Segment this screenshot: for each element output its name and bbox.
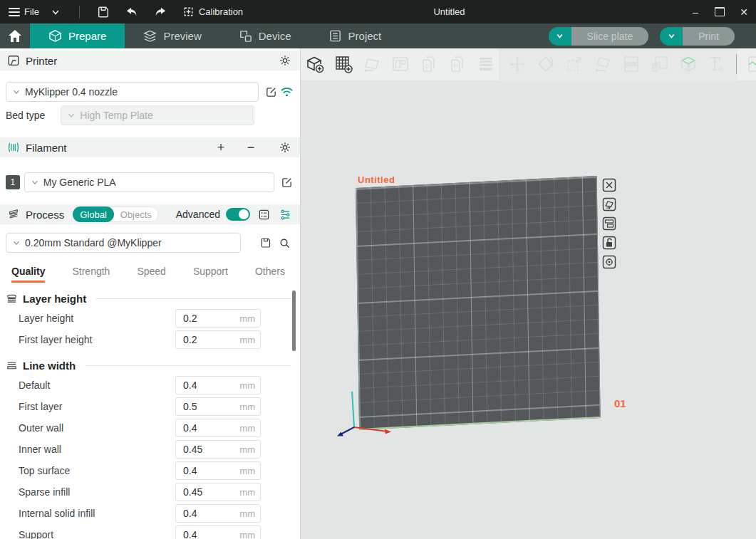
parameter-list-button[interactable] — [256, 206, 271, 222]
lock-icon — [602, 236, 616, 250]
rotate-button[interactable] — [534, 53, 557, 75]
tab-speed[interactable]: Speed — [137, 263, 165, 283]
process-scope-segmented: Global Objects — [73, 206, 159, 222]
chevron-down-icon — [12, 88, 21, 96]
tab-others[interactable]: Others — [255, 263, 285, 283]
default-line-width-input[interactable] — [176, 380, 233, 391]
text-shape-icon: a — [707, 54, 727, 74]
slice-plate-button[interactable]: Slice plate — [571, 27, 649, 46]
arrange-button[interactable] — [389, 53, 412, 75]
arrange-plate-button[interactable] — [602, 197, 616, 211]
variable-layer-height-button[interactable] — [475, 53, 497, 75]
calibration-button[interactable]: Calibration — [182, 6, 243, 18]
save-button[interactable] — [91, 4, 115, 21]
setting-row: Internal solid infill mm — [0, 503, 300, 524]
wifi-icon — [280, 86, 294, 98]
window-title: Untitled — [433, 6, 465, 17]
printer-settings-button[interactable] — [277, 53, 293, 68]
search-preset-button[interactable] — [276, 235, 292, 251]
layer-height-input[interactable] — [176, 313, 233, 324]
svg-text:0: 0 — [425, 63, 429, 70]
viewport-3d[interactable]: 0 P — [301, 48, 756, 539]
printer-preset-select[interactable]: MyKlipper 0.4 nozzle — [6, 82, 259, 102]
lay-on-face-button[interactable] — [591, 53, 614, 75]
file-menu-chevron[interactable] — [43, 4, 68, 21]
redo-button[interactable] — [148, 4, 172, 21]
process-tabs: Quality Strength Speed Support Others — [0, 261, 300, 283]
bed-type-select[interactable]: High Temp Plate — [61, 105, 254, 125]
scope-global-option[interactable]: Global — [73, 206, 114, 222]
tab-preview[interactable]: Preview — [125, 23, 219, 48]
edit-filament-button[interactable] — [279, 174, 294, 190]
scale-button[interactable] — [563, 53, 586, 75]
slice-dropdown-button[interactable] — [549, 27, 571, 46]
process-preset-select[interactable]: 0.20mm Standard @MyKlipper — [6, 233, 241, 253]
move-button[interactable] — [506, 53, 529, 75]
plate-settings-button[interactable] — [602, 255, 616, 269]
calibration-label: Calibration — [199, 6, 243, 17]
unit-label: mm — [233, 487, 260, 498]
tab-device[interactable]: Device — [220, 23, 310, 48]
tab-project[interactable]: Project — [310, 23, 400, 48]
filament-slot-badge: 1 — [6, 175, 20, 189]
split-to-objects-button[interactable]: 0 — [418, 53, 440, 75]
support-line-width-input[interactable] — [176, 529, 233, 539]
inner-wall-line-width-input[interactable] — [176, 444, 233, 455]
printer-connection-button[interactable] — [279, 84, 294, 100]
tab-prepare[interactable]: Prepare — [30, 23, 125, 48]
first-layer-line-width-input[interactable] — [176, 401, 233, 412]
filament-preset-select[interactable]: My Generic PLA — [24, 172, 275, 192]
line-width-icon — [6, 360, 18, 370]
list-icon — [258, 209, 270, 221]
chevron-down-icon — [12, 239, 21, 247]
sidebar-scrollbar[interactable] — [292, 291, 296, 351]
plate-layout-button[interactable] — [602, 216, 616, 231]
tab-support[interactable]: Support — [193, 263, 228, 283]
undo-button[interactable] — [120, 4, 144, 21]
lock-plate-button[interactable] — [602, 236, 616, 250]
printer-section-header: Printer — [0, 51, 300, 70]
add-plate-button[interactable] — [332, 53, 355, 75]
file-menu-button[interactable]: File — [9, 6, 39, 17]
split-to-parts-button[interactable]: P — [446, 53, 469, 75]
settings-list: Layer height Layer height mm First layer… — [0, 285, 300, 539]
advanced-toggle[interactable] — [226, 208, 250, 221]
filament-settings-button[interactable] — [277, 140, 293, 155]
edit-printer-button[interactable] — [264, 84, 279, 100]
remove-filament-button[interactable]: − — [243, 140, 259, 155]
tab-quality[interactable]: Quality — [11, 263, 45, 283]
titlebar: File Calibration Untitled – — [0, 0, 756, 23]
scope-objects-option[interactable]: Objects — [114, 209, 158, 220]
tune-params-button[interactable] — [277, 206, 293, 222]
print-button[interactable]: Print — [683, 27, 735, 46]
mesh-boolean-button[interactable] — [677, 53, 700, 75]
toggle-knob — [239, 209, 249, 219]
file-menu-label: File — [24, 6, 39, 17]
minimize-button[interactable]: – — [683, 0, 708, 23]
cut-button[interactable] — [620, 53, 643, 75]
support-painting-button[interactable] — [648, 53, 671, 75]
home-button[interactable] — [0, 23, 30, 48]
text-shape-button[interactable]: a — [705, 53, 728, 75]
layer-height-icon — [6, 293, 18, 303]
tab-strength[interactable]: Strength — [72, 263, 110, 283]
gear-icon — [279, 54, 291, 67]
save-preset-button[interactable] — [258, 235, 274, 251]
auto-orient-button[interactable] — [361, 53, 383, 75]
maximize-icon — [715, 7, 725, 16]
print-dropdown-button[interactable] — [660, 27, 683, 46]
internal-solid-infill-line-width-input[interactable] — [176, 508, 233, 519]
add-filament-button[interactable]: + — [213, 140, 229, 155]
top-surface-line-width-input[interactable] — [176, 465, 233, 476]
outer-wall-line-width-input[interactable] — [176, 422, 233, 434]
undo-icon — [125, 6, 138, 18]
sparse-infill-line-width-input[interactable] — [176, 486, 233, 498]
first-layer-height-input[interactable] — [176, 334, 233, 345]
delete-plate-button[interactable] — [602, 178, 616, 192]
process-preset-value: 0.20mm Standard @MyKlipper — [25, 237, 162, 248]
add-object-button[interactable] — [304, 53, 326, 75]
seam-painting-button[interactable] — [745, 53, 756, 75]
close-button[interactable]: ✕ — [732, 0, 756, 23]
support-painting-icon — [650, 54, 670, 74]
maximize-button[interactable] — [708, 0, 732, 23]
